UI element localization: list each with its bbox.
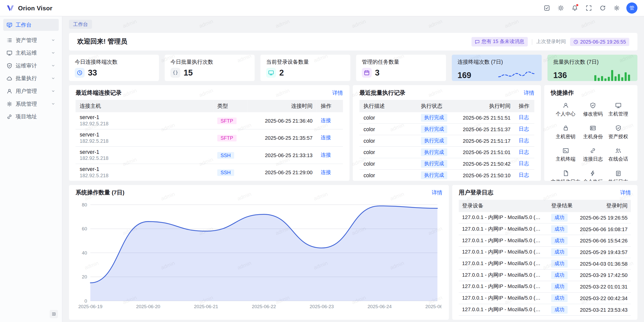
exec-desc: color <box>359 147 417 158</box>
chevron-down-icon <box>51 51 55 55</box>
login-log-detail-link[interactable]: 详情 <box>620 189 631 196</box>
fullscreen-icon <box>585 5 591 11</box>
recent-exec-panel: 最近批量执行记录 详情 执行描述执行状态执行时间操作 color 执行完成 20… <box>353 85 541 181</box>
quick-actions-grid: 个人中心修改密码主机管理主机密钥主机身份资产授权主机终端连接日志在线会话文件操作… <box>551 100 631 181</box>
exec-status-badge: 执行完成 <box>421 160 447 168</box>
sidebar-item-0[interactable]: 工作台 <box>3 19 59 31</box>
svg-text:2025-06-19: 2025-06-19 <box>78 304 102 309</box>
exec-time: 2025-06-25 21:51:37 <box>453 124 515 135</box>
stat-card-1: 今日批量执行次数15 <box>165 55 255 81</box>
stat-value: 33 <box>88 68 97 78</box>
sidebar-item-label: 用户管理 <box>16 87 48 95</box>
login-device: 127.0.0.1 - 内网IP - Mozilla/5.0 (Windows … <box>459 235 548 246</box>
quick-action-11[interactable]: 执行日志 <box>606 168 631 181</box>
quick-action-3[interactable]: 主机密钥 <box>551 123 580 142</box>
divider <box>532 39 532 45</box>
refresh-button[interactable] <box>597 2 608 14</box>
connection-row: server-1182.92.5.218 SFTP 2025-06-25 21:… <box>75 129 343 147</box>
connection-row: server-1182.92.5.218 SFTP 2025-06-25 21:… <box>75 112 343 129</box>
sidebar-item-2[interactable]: 主机运维 <box>3 47 59 59</box>
exec-time: 2025-06-25 21:50:42 <box>453 158 515 170</box>
quick-action-5[interactable]: 资产授权 <box>606 123 631 142</box>
sidebar-item-3[interactable]: 运维审计 <box>3 60 59 71</box>
svg-text:2025-06-20: 2025-06-20 <box>136 304 160 309</box>
quick-action-2[interactable]: 主机管理 <box>606 101 631 119</box>
terminal-trend-sparkline <box>497 68 536 81</box>
quick-action-6[interactable]: 主机终端 <box>551 146 580 164</box>
connection-time: 2025-06-25 21:35:57 <box>248 129 316 147</box>
refresh-icon <box>599 5 606 11</box>
clipboard-icon <box>615 170 621 176</box>
tab-workbench[interactable]: 工作台 <box>69 20 92 29</box>
ops-chart-detail-link[interactable]: 详情 <box>432 189 442 196</box>
log-link[interactable]: 日志 <box>519 138 529 144</box>
notification-dot <box>576 4 579 6</box>
login-log-table: 登录设备登录结果登录时间 127.0.0.1 - 内网IP - Mozilla/… <box>459 200 631 315</box>
column-header: 执行状态 <box>417 100 453 112</box>
connect-link[interactable]: 连接 <box>321 135 331 141</box>
connection-time: 2025-06-25 21:29:00 <box>248 164 316 181</box>
orion-visor-app: Orion Visor 管 工作台资产管理主机运维运维审计批量执行用户管理系统管… <box>0 0 644 322</box>
collapse-sidebar-button[interactable] <box>50 310 58 318</box>
avatar[interactable]: 管 <box>626 3 637 14</box>
recent-exec-detail-link[interactable]: 详情 <box>524 89 534 96</box>
stat-value: 136 <box>553 70 567 80</box>
connect-link[interactable]: 连接 <box>321 152 331 158</box>
svg-text:2025-06-23: 2025-06-23 <box>310 304 334 309</box>
brand[interactable]: Orion Visor <box>6 4 52 13</box>
terminal-icon <box>562 148 569 154</box>
login-device: 127.0.0.1 - 内网IP - Mozilla/5.0 (Windows … <box>459 281 548 293</box>
login-device: 127.0.0.1 - 内网IP - Mozilla/5.0 (Windows … <box>459 212 548 223</box>
quick-action-9[interactable]: 文件操作日志 <box>551 168 580 181</box>
stat-label: 管理的任务数量 <box>362 58 440 66</box>
log-link[interactable]: 日志 <box>519 149 529 155</box>
recent-connections-detail-link[interactable]: 详情 <box>332 89 343 96</box>
login-row: 127.0.0.1 - 内网IP - Mozilla/5.0 (Windows … <box>459 269 631 281</box>
tasks-button[interactable] <box>541 2 552 14</box>
column-header: 执行时间 <box>453 100 515 112</box>
sidebar-item-5[interactable]: 用户管理 <box>3 85 59 97</box>
desktop-icon <box>7 50 12 56</box>
fullscreen-button[interactable] <box>583 2 594 14</box>
sidebar-item-7[interactable]: 项目地址 <box>3 111 59 122</box>
shieldcheck-icon <box>7 63 12 68</box>
login-result-badge: 成功 <box>551 237 568 244</box>
sidebar-item-4[interactable]: 批量执行 <box>3 72 59 84</box>
batch-trend-sparkline <box>593 68 632 81</box>
welcome-title: 欢迎回来! 管理员 <box>77 38 127 46</box>
login-row: 127.0.0.1 - 内网IP - Mozilla/5.0 (Windows … <box>459 246 631 258</box>
quick-action-10[interactable]: 命令执行 <box>580 168 606 181</box>
welcome-meta: 您有 15 条未读消息 上次登录时间 2025-06-25 19:26:55 <box>471 37 629 47</box>
theme-toggle-button[interactable] <box>555 2 567 14</box>
connect-link[interactable]: 连接 <box>321 169 331 175</box>
log-link[interactable]: 日志 <box>519 161 529 166</box>
log-link[interactable]: 日志 <box>519 126 529 132</box>
log-link[interactable]: 日志 <box>519 115 529 121</box>
quick-action-label: 主机身份 <box>583 133 603 140</box>
link-icon <box>590 148 596 154</box>
quick-action-4[interactable]: 主机身份 <box>580 123 606 142</box>
notification-bell-button[interactable] <box>569 2 580 14</box>
quick-action-8[interactable]: 在线会话 <box>606 146 631 164</box>
sidebar-item-label: 资产管理 <box>16 36 48 44</box>
connect-link[interactable]: 连接 <box>321 118 331 123</box>
login-result-badge: 成功 <box>551 248 568 256</box>
quick-action-0[interactable]: 个人中心 <box>551 101 580 119</box>
svg-text:2025-06-22: 2025-06-22 <box>252 304 276 309</box>
log-link[interactable]: 日志 <box>519 172 529 178</box>
quick-actions-title: 快捷操作 <box>551 89 574 96</box>
sidebar-item-6[interactable]: 系统管理 <box>3 98 59 110</box>
settings-gear-button[interactable] <box>611 2 622 14</box>
login-time: 2025-05-29 19:43:57 <box>575 246 631 258</box>
unread-messages-text: 您有 15 条未读消息 <box>481 38 524 45</box>
braces-icon <box>171 68 180 78</box>
quick-action-1[interactable]: 修改密码 <box>580 101 606 119</box>
exec-row: color 执行完成 2025-06-25 21:51:01 日志 <box>359 147 535 158</box>
unread-messages-badge[interactable]: 您有 15 条未读消息 <box>471 37 528 47</box>
quick-action-7[interactable]: 连接日志 <box>580 146 606 164</box>
sidebar-item-1[interactable]: 资产管理 <box>3 34 59 46</box>
stat-card-5: 批量执行次数 (7日)136 <box>547 55 637 81</box>
ops-chart-title: 系统操作数量 (7日) <box>75 189 124 196</box>
quick-action-label: 资产授权 <box>608 133 628 140</box>
exec-row: color 执行完成 2025-06-25 21:50:10 日志 <box>359 169 535 181</box>
